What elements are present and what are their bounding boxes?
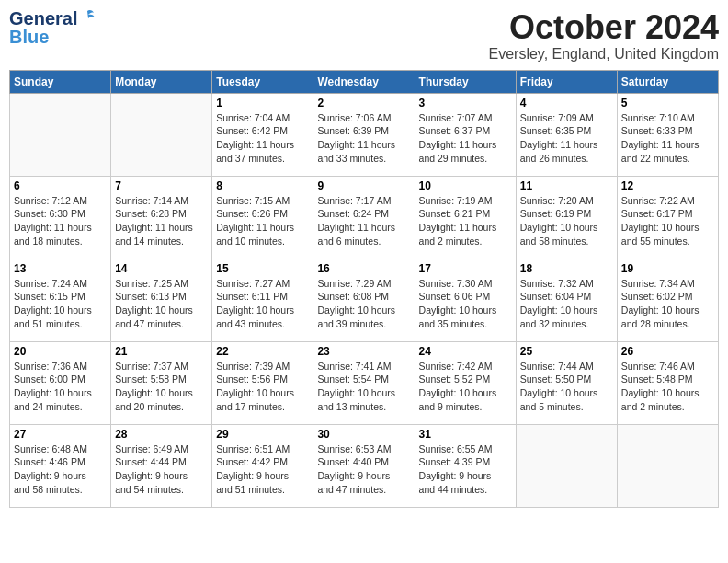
day-info: Sunrise: 7:41 AM Sunset: 5:54 PM Dayligh…	[317, 360, 410, 414]
day-number: 19	[621, 262, 714, 275]
calendar-week-1: 1Sunrise: 7:04 AM Sunset: 6:42 PM Daylig…	[10, 93, 719, 176]
day-number: 11	[520, 179, 613, 192]
day-number: 22	[216, 345, 309, 358]
day-info: Sunrise: 7:29 AM Sunset: 6:08 PM Dayligh…	[317, 277, 410, 331]
calendar-cell	[10, 93, 111, 176]
calendar-cell: 18Sunrise: 7:32 AM Sunset: 6:04 PM Dayli…	[516, 259, 617, 341]
calendar-cell: 11Sunrise: 7:20 AM Sunset: 6:19 PM Dayli…	[516, 176, 617, 259]
calendar-cell	[617, 424, 718, 507]
day-number: 30	[317, 428, 410, 441]
header-cell-thursday: Thursday	[415, 70, 516, 93]
calendar-cell: 27Sunrise: 6:48 AM Sunset: 4:46 PM Dayli…	[10, 424, 111, 507]
day-number: 3	[419, 97, 512, 109]
header-cell-saturday: Saturday	[617, 70, 718, 93]
day-info: Sunrise: 6:49 AM Sunset: 4:44 PM Dayligh…	[115, 442, 208, 497]
day-number: 1	[216, 97, 309, 109]
day-number: 25	[520, 345, 613, 358]
day-info: Sunrise: 6:53 AM Sunset: 4:40 PM Dayligh…	[317, 442, 410, 497]
day-number: 12	[621, 179, 714, 192]
calendar-header: SundayMondayTuesdayWednesdayThursdayFrid…	[10, 70, 719, 93]
day-number: 5	[621, 97, 714, 109]
calendar-week-3: 13Sunrise: 7:24 AM Sunset: 6:15 PM Dayli…	[10, 259, 719, 341]
day-number: 7	[115, 179, 208, 192]
calendar-week-5: 27Sunrise: 6:48 AM Sunset: 4:46 PM Dayli…	[10, 424, 719, 507]
day-number: 29	[216, 428, 309, 441]
day-number: 28	[115, 428, 208, 441]
calendar-cell: 21Sunrise: 7:37 AM Sunset: 5:58 PM Dayli…	[111, 341, 212, 424]
day-number: 23	[317, 345, 410, 358]
day-info: Sunrise: 7:20 AM Sunset: 6:19 PM Dayligh…	[520, 194, 613, 248]
day-info: Sunrise: 7:09 AM Sunset: 6:35 PM Dayligh…	[520, 111, 613, 166]
day-info: Sunrise: 7:46 AM Sunset: 5:48 PM Dayligh…	[621, 360, 714, 414]
calendar-cell: 30Sunrise: 6:53 AM Sunset: 4:40 PM Dayli…	[313, 424, 415, 507]
location: Eversley, England, United Kingdom	[488, 46, 719, 63]
day-number: 4	[520, 97, 613, 109]
day-info: Sunrise: 7:04 AM Sunset: 6:42 PM Dayligh…	[216, 111, 309, 166]
day-info: Sunrise: 6:48 AM Sunset: 4:46 PM Dayligh…	[14, 442, 107, 497]
calendar-cell: 13Sunrise: 7:24 AM Sunset: 6:15 PM Dayli…	[10, 259, 111, 341]
calendar-cell: 25Sunrise: 7:44 AM Sunset: 5:50 PM Dayli…	[516, 341, 617, 424]
day-info: Sunrise: 7:24 AM Sunset: 6:15 PM Dayligh…	[14, 277, 107, 331]
day-number: 26	[621, 345, 714, 358]
header-cell-friday: Friday	[516, 70, 617, 93]
calendar-cell	[516, 424, 617, 507]
day-info: Sunrise: 6:51 AM Sunset: 4:42 PM Dayligh…	[216, 442, 309, 497]
day-number: 17	[419, 262, 512, 275]
calendar-cell: 16Sunrise: 7:29 AM Sunset: 6:08 PM Dayli…	[313, 259, 415, 341]
day-number: 16	[317, 262, 410, 275]
day-number: 13	[14, 262, 107, 275]
calendar-week-4: 20Sunrise: 7:36 AM Sunset: 6:00 PM Dayli…	[10, 341, 719, 424]
day-info: Sunrise: 7:30 AM Sunset: 6:06 PM Dayligh…	[419, 277, 512, 331]
day-info: Sunrise: 7:06 AM Sunset: 6:39 PM Dayligh…	[317, 111, 410, 166]
day-number: 2	[317, 97, 410, 109]
day-info: Sunrise: 7:36 AM Sunset: 6:00 PM Dayligh…	[14, 360, 107, 414]
calendar-table: SundayMondayTuesdayWednesdayThursdayFrid…	[9, 70, 719, 508]
title-block: October 2024 Eversley, England, United K…	[488, 9, 719, 63]
logo: General Blue	[9, 9, 96, 46]
day-number: 6	[14, 179, 107, 192]
calendar-cell: 5Sunrise: 7:10 AM Sunset: 6:33 PM Daylig…	[617, 93, 718, 176]
calendar-cell: 10Sunrise: 7:19 AM Sunset: 6:21 PM Dayli…	[415, 176, 516, 259]
calendar-cell: 1Sunrise: 7:04 AM Sunset: 6:42 PM Daylig…	[212, 93, 313, 176]
day-info: Sunrise: 7:12 AM Sunset: 6:30 PM Dayligh…	[14, 194, 107, 248]
calendar-cell: 26Sunrise: 7:46 AM Sunset: 5:48 PM Dayli…	[617, 341, 718, 424]
day-number: 24	[419, 345, 512, 358]
calendar-cell: 7Sunrise: 7:14 AM Sunset: 6:28 PM Daylig…	[111, 176, 212, 259]
day-info: Sunrise: 7:44 AM Sunset: 5:50 PM Dayligh…	[520, 360, 613, 414]
calendar-cell	[111, 93, 212, 176]
logo-bird-icon	[79, 8, 96, 25]
day-info: Sunrise: 7:07 AM Sunset: 6:37 PM Dayligh…	[419, 111, 512, 166]
calendar-week-2: 6Sunrise: 7:12 AM Sunset: 6:30 PM Daylig…	[10, 176, 719, 259]
page-header: General Blue October 2024 Eversley, Engl…	[9, 9, 719, 63]
day-number: 21	[115, 345, 208, 358]
calendar-cell: 15Sunrise: 7:27 AM Sunset: 6:11 PM Dayli…	[212, 259, 313, 341]
header-cell-tuesday: Tuesday	[212, 70, 313, 93]
calendar-cell: 20Sunrise: 7:36 AM Sunset: 6:00 PM Dayli…	[10, 341, 111, 424]
day-info: Sunrise: 7:17 AM Sunset: 6:24 PM Dayligh…	[317, 194, 410, 248]
header-cell-monday: Monday	[111, 70, 212, 93]
day-number: 31	[419, 428, 512, 441]
day-info: Sunrise: 7:39 AM Sunset: 5:56 PM Dayligh…	[216, 360, 309, 414]
header-row: SundayMondayTuesdayWednesdayThursdayFrid…	[10, 70, 719, 93]
calendar-cell: 28Sunrise: 6:49 AM Sunset: 4:44 PM Dayli…	[111, 424, 212, 507]
calendar-cell: 2Sunrise: 7:06 AM Sunset: 6:39 PM Daylig…	[313, 93, 415, 176]
day-info: Sunrise: 7:27 AM Sunset: 6:11 PM Dayligh…	[216, 277, 309, 331]
header-cell-sunday: Sunday	[10, 70, 111, 93]
day-number: 27	[14, 428, 107, 441]
calendar-cell: 24Sunrise: 7:42 AM Sunset: 5:52 PM Dayli…	[415, 341, 516, 424]
day-info: Sunrise: 7:14 AM Sunset: 6:28 PM Dayligh…	[115, 194, 208, 248]
day-info: Sunrise: 7:22 AM Sunset: 6:17 PM Dayligh…	[621, 194, 714, 248]
day-number: 10	[419, 179, 512, 192]
calendar-cell: 8Sunrise: 7:15 AM Sunset: 6:26 PM Daylig…	[212, 176, 313, 259]
calendar-cell: 12Sunrise: 7:22 AM Sunset: 6:17 PM Dayli…	[617, 176, 718, 259]
day-number: 8	[216, 179, 309, 192]
day-info: Sunrise: 7:10 AM Sunset: 6:33 PM Dayligh…	[621, 111, 714, 166]
calendar-cell: 14Sunrise: 7:25 AM Sunset: 6:13 PM Dayli…	[111, 259, 212, 341]
calendar-body: 1Sunrise: 7:04 AM Sunset: 6:42 PM Daylig…	[10, 93, 719, 507]
day-info: Sunrise: 7:25 AM Sunset: 6:13 PM Dayligh…	[115, 277, 208, 331]
calendar-cell: 19Sunrise: 7:34 AM Sunset: 6:02 PM Dayli…	[617, 259, 718, 341]
calendar-cell: 6Sunrise: 7:12 AM Sunset: 6:30 PM Daylig…	[10, 176, 111, 259]
logo-general: General	[9, 9, 77, 28]
day-info: Sunrise: 7:42 AM Sunset: 5:52 PM Dayligh…	[419, 360, 512, 414]
calendar-cell: 17Sunrise: 7:30 AM Sunset: 6:06 PM Dayli…	[415, 259, 516, 341]
